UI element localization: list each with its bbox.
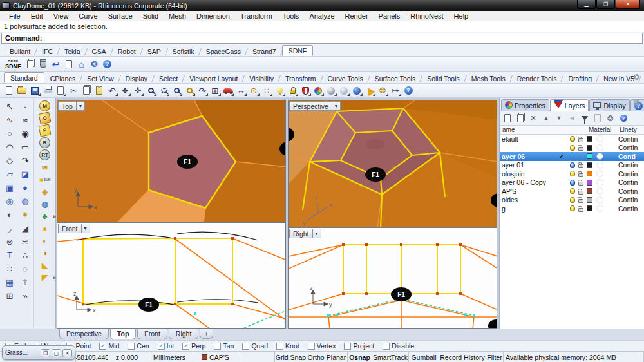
command-input[interactable]: Command: — [1, 33, 643, 44]
osnap-project-checkbox[interactable] — [344, 343, 351, 350]
print-icon[interactable] — [41, 84, 54, 97]
fillet-icon[interactable]: ◞ — [2, 222, 17, 235]
layer-up-icon[interactable]: ▲ — [540, 113, 552, 124]
viewport-menu-arrow-icon[interactable]: ▼ — [313, 229, 321, 238]
layer-row[interactable]: ayer 01Contin — [500, 161, 644, 170]
viewport-tab-top[interactable]: Top — [110, 329, 136, 339]
curve-blend-icon[interactable]: ↷ — [17, 154, 33, 167]
menu-item-transform[interactable]: Transform — [235, 12, 278, 20]
render-sphere-half-icon[interactable]: ◐ — [39, 235, 50, 246]
status-toggle-planar[interactable]: Planar — [325, 352, 348, 362]
menu-item-analyze[interactable]: Analyze — [304, 12, 339, 20]
layer-color-swatch[interactable] — [585, 188, 594, 194]
layer-material-icon[interactable] — [594, 135, 605, 142]
layer-lock-icon[interactable] — [576, 205, 585, 212]
layer-row[interactable]: oldesContin — [500, 196, 644, 205]
zoom-dynamic-icon[interactable] — [144, 84, 157, 97]
layer-color-swatch[interactable] — [585, 136, 594, 142]
layer-material-icon[interactable] — [594, 144, 605, 151]
menu-item-tools[interactable]: Tools — [278, 12, 305, 20]
array-icon[interactable]: ∷ — [2, 262, 17, 276]
grid-tool-icon[interactable]: ⊞ — [2, 289, 17, 303]
osnap-vertex[interactable]: Vertex — [308, 342, 336, 350]
workspace-tab-solid-tools[interactable]: Solid Tools — [421, 73, 466, 83]
status-toggle-smarttrack[interactable]: SmartTrack — [372, 352, 409, 362]
render-sphere-gold-icon[interactable]: ● — [39, 223, 50, 234]
workspace-tab-select[interactable]: Select — [153, 73, 184, 83]
workspace-tab-render-tools[interactable]: Render Tools — [511, 73, 563, 83]
layer-color-swatch[interactable] — [585, 205, 594, 211]
layer-row[interactable]: ayer 06 - CopyContin — [500, 178, 644, 187]
layer-color-swatch[interactable] — [585, 197, 594, 203]
menu-item-curve[interactable]: Curve — [73, 12, 102, 20]
layer-row[interactable]: gContin — [500, 204, 644, 213]
polygon-icon[interactable]: ◇ — [2, 154, 17, 167]
layer-filter-icon[interactable] — [579, 113, 591, 124]
layer-lock-icon[interactable] — [576, 162, 585, 168]
layer-row[interactable]: olosjoinContin — [500, 169, 644, 178]
ground-plane-icon[interactable]: ◈ — [39, 186, 50, 197]
rectangle-icon[interactable]: ▭ — [17, 140, 33, 154]
menu-item-mesh[interactable]: Mesh — [164, 12, 191, 20]
workspace-tab-mesh-tools[interactable]: Mesh Tools — [466, 73, 511, 83]
grass-minimize-button[interactable]: ▢ — [52, 349, 61, 357]
workspace-tab-viewport-layout[interactable]: Viewport Layout — [184, 73, 243, 83]
layer-lock-icon[interactable] — [576, 136, 585, 142]
lamp-icon[interactable] — [273, 84, 286, 97]
save-file-icon[interactable] — [28, 84, 41, 97]
plugin-tab-strand7[interactable]: Strand7 — [247, 46, 282, 56]
sdnf-export-icon[interactable] — [62, 58, 75, 70]
layer-color-swatch[interactable] — [585, 153, 594, 159]
workspace-tab-visibility[interactable]: Visibility — [243, 73, 279, 83]
layer-material-icon[interactable] — [594, 162, 605, 169]
toolbar-options-gear-icon[interactable]: ❂ — [634, 73, 640, 81]
solid-union-icon[interactable]: ◍ — [17, 195, 33, 208]
plugin-tab-sap[interactable]: SAP — [142, 46, 167, 56]
earth-icon[interactable]: ◍ — [39, 198, 50, 209]
status-toggle-grid-snap[interactable]: Grid Snap — [275, 352, 307, 362]
column-name[interactable]: ame — [502, 126, 515, 133]
surface-patch-icon[interactable]: ▱ — [2, 167, 17, 181]
dimension-icon[interactable]: ↦ — [389, 84, 402, 97]
viewport-menu-arrow-icon[interactable]: ▼ — [77, 101, 85, 111]
viewport-tab-front[interactable]: Front — [137, 329, 167, 339]
minimize-button[interactable]: ▁ — [577, 0, 596, 9]
color-wheel-icon[interactable] — [312, 84, 325, 97]
more-icons-chevron[interactable]: » — [53, 274, 56, 281]
layer-lock-icon[interactable] — [576, 144, 585, 151]
named-view-icon[interactable] — [222, 84, 234, 97]
osnap-disable-checkbox[interactable] — [383, 343, 390, 350]
front-viewport-canvas[interactable]: z x F1 — [57, 223, 286, 329]
rhinonest-m-icon[interactable]: M — [39, 100, 50, 111]
torus-icon[interactable]: ◎ — [2, 195, 17, 208]
open-sdnf-icon[interactable]: OPENSDNF — [5, 59, 21, 70]
sdnf-import-icon[interactable]: ↩ — [50, 58, 62, 70]
top-viewport-canvas[interactable]: y x F1 — [57, 100, 286, 222]
new-file-icon[interactable] — [3, 84, 15, 97]
osnap-knot-checkbox[interactable] — [276, 343, 283, 350]
grass-close-button[interactable]: ✕ — [62, 349, 72, 357]
menu-item-dimension[interactable]: Dimension — [191, 12, 235, 20]
osnap-int[interactable]: Int — [158, 342, 175, 350]
status-toggle-record-history[interactable]: Record History — [439, 352, 486, 362]
hatch-icon[interactable]: ≋ — [39, 162, 50, 173]
grasshopper-window[interactable]: Grass... ❐▢✕ — [2, 345, 75, 360]
status-toggle-osnap[interactable]: Osnap — [348, 352, 372, 362]
control-point-curve-icon[interactable]: ≈ — [17, 113, 33, 127]
layer-report-icon[interactable] — [592, 113, 603, 124]
viewport-top-title[interactable]: Top ▼ — [58, 101, 85, 111]
spotlight-2-icon[interactable]: ◤» — [39, 272, 50, 283]
boolean-difference-icon[interactable]: ◐ — [2, 208, 17, 222]
more-tools-icon[interactable]: » — [17, 289, 33, 303]
render-sphere-dark-icon[interactable]: ◑ — [39, 247, 50, 258]
layer-material-icon[interactable] — [594, 170, 605, 177]
more-icons-chevron[interactable]: » — [53, 213, 56, 220]
layer-copy-icon[interactable] — [515, 113, 526, 124]
layer-visibility-bulb-icon[interactable] — [568, 197, 576, 203]
status-toggle-gumball[interactable]: Gumball — [409, 352, 439, 362]
panel-options-gear-icon[interactable]: ❂ — [634, 99, 640, 107]
rotate-view-icon[interactable]: ✜ — [131, 84, 144, 97]
status-current-layer[interactable]: CAP'S — [193, 352, 238, 362]
menu-item-render[interactable]: Render — [340, 12, 374, 20]
copy-icon[interactable] — [80, 84, 93, 97]
